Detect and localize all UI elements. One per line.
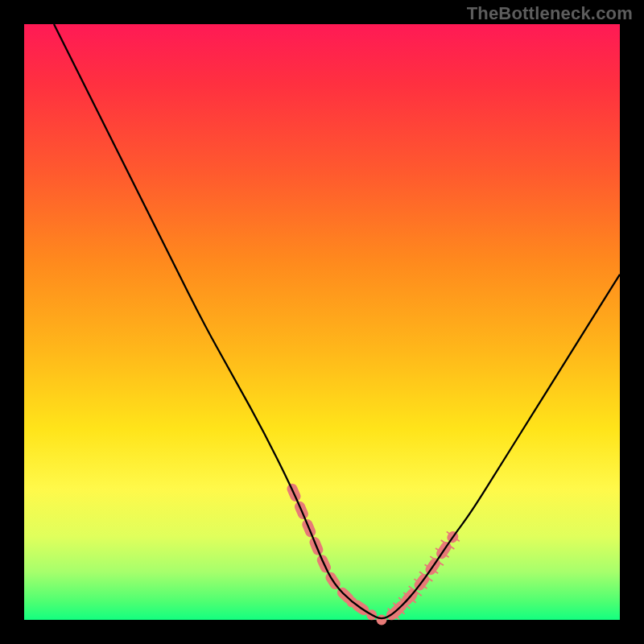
left-marker-segment (292, 489, 369, 613)
chart-frame: TheBottleneck.com (0, 0, 644, 644)
bottleneck-curve (54, 24, 620, 618)
valley-dot (377, 615, 387, 625)
watermark-text: TheBottleneck.com (467, 3, 633, 24)
chart-overlay (24, 24, 620, 620)
plot-area (24, 24, 620, 620)
